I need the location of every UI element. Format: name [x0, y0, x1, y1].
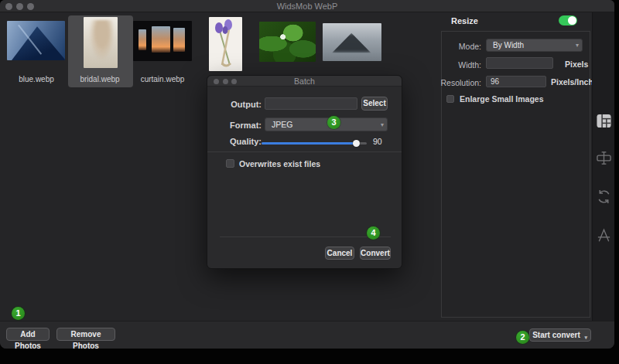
dialog-divider	[220, 236, 391, 237]
width-label: Width:	[439, 60, 481, 70]
dimension-tool-icon[interactable]	[596, 150, 612, 166]
mountain-peak-art	[332, 33, 371, 53]
add-photos-button[interactable]: Add Photos	[6, 328, 50, 341]
enlarge-small-images-label: Enlarge Small Images	[460, 94, 544, 104]
overwrite-files-checkbox[interactable]	[226, 159, 234, 168]
start-convert-button[interactable]: Start convert ▾	[529, 328, 591, 342]
resolution-label: Resolution:	[430, 78, 481, 87]
dialog-divider	[207, 151, 402, 152]
select-output-button[interactable]: Select	[361, 97, 388, 111]
convert-rotate-tool-icon[interactable]	[596, 189, 612, 205]
quality-value: 90	[373, 137, 382, 146]
resize-panel-title: Resize	[451, 16, 478, 26]
window-title: WidsMob WebP	[0, 0, 614, 12]
convert-button[interactable]: Convert	[360, 247, 391, 260]
width-unit-label: Pixels	[565, 60, 588, 69]
thumbnail-bridal[interactable]	[84, 17, 118, 68]
resize-panel-box	[441, 31, 590, 318]
format-label: Format:	[215, 121, 262, 130]
mode-label: Mode:	[439, 42, 481, 51]
enlarge-small-images-checkbox[interactable]	[446, 95, 454, 103]
bridal-figure-art	[87, 20, 113, 65]
chevron-down-icon: ▾	[576, 39, 579, 51]
output-path-input[interactable]	[265, 97, 357, 110]
tool-strip	[592, 12, 614, 321]
quality-label: Quality:	[215, 137, 262, 146]
resize-toggle-knob	[568, 16, 576, 25]
format-dropdown[interactable]: JPEG ▾	[265, 117, 388, 131]
blue-pyramid-art	[7, 21, 65, 60]
overwrite-files-label: Overwrites exist files	[239, 159, 320, 168]
title-bar: WidsMob WebP	[0, 0, 614, 12]
resolution-input[interactable]	[486, 76, 546, 87]
remove-photos-button[interactable]: Remove Photos	[56, 328, 115, 341]
curtain-window-art	[139, 29, 147, 50]
output-label: Output:	[215, 100, 262, 109]
thumbnail-mountain[interactable]	[323, 23, 381, 61]
batch-dialog-title: Batch	[207, 76, 402, 87]
batch-dialog: Batch Output: Select Format: JPEG ▾ Qual…	[207, 75, 402, 269]
start-convert-label: Start convert	[532, 331, 580, 339]
thumbnail-curtain[interactable]	[133, 21, 192, 61]
batch-dialog-title-bar: Batch	[207, 76, 402, 87]
format-dropdown-value: JPEG	[272, 120, 292, 129]
width-input[interactable]	[486, 57, 553, 69]
thumbnail-label-curtain: curtain.webp	[136, 75, 189, 84]
quality-slider[interactable]	[262, 140, 367, 147]
cancel-button[interactable]: Cancel	[325, 247, 354, 260]
thumbnail-flower[interactable]	[209, 17, 242, 71]
resize-tool-icon[interactable]	[596, 113, 612, 129]
chevron-down-icon: ▾	[381, 118, 384, 131]
flower-art	[209, 17, 242, 71]
thumbnail-leaves[interactable]	[259, 22, 316, 62]
annotation-badge-1: 1	[12, 307, 25, 320]
mode-dropdown-value: By Width	[493, 41, 524, 49]
resize-toggle[interactable]	[559, 15, 577, 26]
thumbnail-label-bridal: bridal.webp	[74, 75, 125, 84]
curtain-window-art	[152, 26, 170, 53]
annotation-badge-2: 2	[516, 331, 529, 344]
annotation-badge-3: 3	[327, 116, 340, 129]
quality-slider-fill	[262, 142, 356, 145]
curtain-window-art	[173, 28, 184, 51]
chevron-down-icon: ▾	[584, 332, 587, 343]
thumbnail-blue[interactable]	[7, 21, 65, 60]
thumbnail-label-blue: blue.webp	[11, 75, 62, 84]
quality-slider-knob[interactable]	[353, 140, 360, 147]
resolution-unit-label: Pixels/Inch	[551, 77, 593, 87]
annotation-badge-4: 4	[367, 226, 380, 240]
text-watermark-tool-icon[interactable]	[596, 227, 612, 243]
mode-dropdown[interactable]: By Width ▾	[486, 39, 583, 52]
